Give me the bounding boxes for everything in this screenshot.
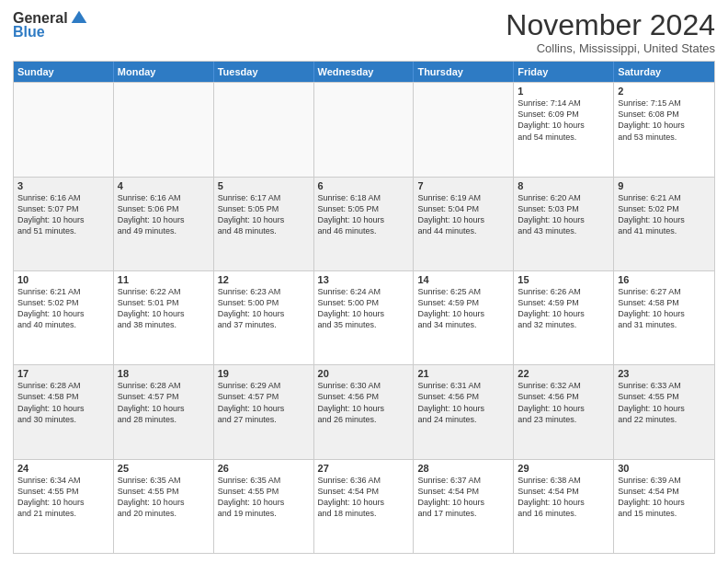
- cell-info: Sunrise: 6:19 AM Sunset: 5:04 PM Dayligh…: [417, 192, 509, 237]
- cell-info: Sunrise: 6:23 AM Sunset: 5:00 PM Dayligh…: [218, 286, 310, 331]
- calendar-cell: 29Sunrise: 6:38 AM Sunset: 4:54 PM Dayli…: [514, 460, 614, 553]
- calendar-cell: 5Sunrise: 6:17 AM Sunset: 5:05 PM Daylig…: [214, 178, 314, 270]
- cell-info: Sunrise: 6:16 AM Sunset: 5:06 PM Dayligh…: [118, 192, 210, 237]
- day-number: 30: [618, 463, 711, 474]
- day-number: 28: [417, 463, 509, 474]
- cell-info: Sunrise: 6:18 AM Sunset: 5:05 PM Dayligh…: [318, 192, 410, 237]
- day-number: 21: [417, 368, 509, 379]
- cell-info: Sunrise: 6:24 AM Sunset: 5:00 PM Dayligh…: [318, 286, 410, 331]
- title-section: November 2024 Collins, Mississippi, Unit…: [506, 9, 715, 55]
- calendar-cell: 1Sunrise: 7:14 AM Sunset: 6:09 PM Daylig…: [514, 83, 614, 176]
- calendar-cell: 11Sunrise: 6:22 AM Sunset: 5:01 PM Dayli…: [114, 271, 214, 364]
- day-number: 25: [118, 463, 210, 474]
- cell-info: Sunrise: 6:28 AM Sunset: 4:58 PM Dayligh…: [17, 380, 109, 425]
- page: General Blue November 2024 Collins, Miss…: [0, 0, 728, 563]
- day-number: 8: [518, 180, 609, 191]
- calendar-cell: 10Sunrise: 6:21 AM Sunset: 5:02 PM Dayli…: [14, 271, 114, 364]
- calendar-cell: 2Sunrise: 7:15 AM Sunset: 6:08 PM Daylig…: [614, 83, 714, 176]
- calendar-body: 1Sunrise: 7:14 AM Sunset: 6:09 PM Daylig…: [14, 82, 714, 553]
- calendar-cell: 23Sunrise: 6:33 AM Sunset: 4:55 PM Dayli…: [614, 365, 714, 458]
- day-number: 6: [318, 180, 410, 191]
- calendar-cell: 25Sunrise: 6:35 AM Sunset: 4:55 PM Dayli…: [114, 460, 214, 553]
- day-number: 26: [218, 463, 310, 474]
- calendar-cell: [14, 83, 114, 176]
- day-number: 16: [618, 274, 711, 285]
- calendar-cell: 26Sunrise: 6:35 AM Sunset: 4:55 PM Dayli…: [214, 460, 314, 553]
- calendar-cell: 4Sunrise: 6:16 AM Sunset: 5:06 PM Daylig…: [114, 178, 214, 270]
- cell-info: Sunrise: 6:20 AM Sunset: 5:03 PM Dayligh…: [518, 192, 609, 237]
- cal-header-cell: Monday: [114, 62, 214, 82]
- cell-info: Sunrise: 7:15 AM Sunset: 6:08 PM Dayligh…: [618, 98, 711, 143]
- day-number: 13: [318, 274, 410, 285]
- logo-blue: Blue: [13, 24, 45, 40]
- day-number: 18: [118, 368, 210, 379]
- cell-info: Sunrise: 6:35 AM Sunset: 4:55 PM Dayligh…: [218, 475, 310, 520]
- calendar-cell: 16Sunrise: 6:27 AM Sunset: 4:58 PM Dayli…: [614, 271, 714, 364]
- calendar-row: 1Sunrise: 7:14 AM Sunset: 6:09 PM Daylig…: [14, 82, 714, 176]
- logo: General Blue: [13, 9, 88, 40]
- calendar-cell: 27Sunrise: 6:36 AM Sunset: 4:54 PM Dayli…: [314, 460, 415, 553]
- calendar-cell: [114, 83, 214, 176]
- calendar-cell: 12Sunrise: 6:23 AM Sunset: 5:00 PM Dayli…: [214, 271, 314, 364]
- calendar-cell: 22Sunrise: 6:32 AM Sunset: 4:56 PM Dayli…: [514, 365, 614, 458]
- day-number: 1: [518, 86, 609, 97]
- calendar-cell: 8Sunrise: 6:20 AM Sunset: 5:03 PM Daylig…: [514, 178, 614, 270]
- calendar-cell: 21Sunrise: 6:31 AM Sunset: 4:56 PM Dayli…: [414, 365, 514, 458]
- calendar-cell: 9Sunrise: 6:21 AM Sunset: 5:02 PM Daylig…: [614, 178, 714, 270]
- month-title: November 2024: [506, 9, 715, 41]
- day-number: 19: [218, 368, 310, 379]
- cell-info: Sunrise: 6:32 AM Sunset: 4:56 PM Dayligh…: [518, 380, 609, 425]
- cell-info: Sunrise: 6:22 AM Sunset: 5:01 PM Dayligh…: [118, 286, 210, 331]
- day-number: 15: [518, 274, 609, 285]
- location: Collins, Mississippi, United States: [506, 41, 715, 55]
- calendar-cell: 7Sunrise: 6:19 AM Sunset: 5:04 PM Daylig…: [414, 178, 514, 270]
- cal-header-cell: Tuesday: [214, 62, 314, 82]
- cell-info: Sunrise: 6:17 AM Sunset: 5:05 PM Dayligh…: [218, 192, 310, 237]
- cal-header-cell: Thursday: [414, 62, 514, 82]
- cell-info: Sunrise: 6:31 AM Sunset: 4:56 PM Dayligh…: [417, 380, 509, 425]
- cell-info: Sunrise: 6:28 AM Sunset: 4:57 PM Dayligh…: [118, 380, 210, 425]
- day-number: 10: [17, 274, 109, 285]
- calendar-row: 10Sunrise: 6:21 AM Sunset: 5:02 PM Dayli…: [14, 270, 714, 364]
- cell-info: Sunrise: 6:38 AM Sunset: 4:54 PM Dayligh…: [518, 475, 609, 520]
- calendar-row: 24Sunrise: 6:34 AM Sunset: 4:55 PM Dayli…: [14, 459, 714, 553]
- cal-header-cell: Sunday: [14, 62, 114, 82]
- logo-icon: [70, 9, 88, 28]
- cell-info: Sunrise: 6:39 AM Sunset: 4:54 PM Dayligh…: [618, 475, 711, 520]
- cal-header-cell: Saturday: [614, 62, 714, 82]
- calendar-cell: 19Sunrise: 6:29 AM Sunset: 4:57 PM Dayli…: [214, 365, 314, 458]
- calendar-cell: [314, 83, 415, 176]
- cell-info: Sunrise: 6:35 AM Sunset: 4:55 PM Dayligh…: [118, 475, 210, 520]
- calendar-cell: 6Sunrise: 6:18 AM Sunset: 5:05 PM Daylig…: [314, 178, 415, 270]
- calendar-row: 17Sunrise: 6:28 AM Sunset: 4:58 PM Dayli…: [14, 364, 714, 458]
- day-number: 11: [118, 274, 210, 285]
- calendar: SundayMondayTuesdayWednesdayThursdayFrid…: [13, 61, 715, 554]
- day-number: 3: [17, 180, 109, 191]
- day-number: 4: [118, 180, 210, 191]
- day-number: 14: [417, 274, 509, 285]
- day-number: 20: [318, 368, 410, 379]
- cell-info: Sunrise: 6:34 AM Sunset: 4:55 PM Dayligh…: [17, 475, 109, 520]
- svg-marker-0: [71, 11, 86, 23]
- day-number: 12: [218, 274, 310, 285]
- cell-info: Sunrise: 6:29 AM Sunset: 4:57 PM Dayligh…: [218, 380, 310, 425]
- cal-header-cell: Wednesday: [314, 62, 415, 82]
- day-number: 17: [17, 368, 109, 379]
- calendar-cell: 28Sunrise: 6:37 AM Sunset: 4:54 PM Dayli…: [414, 460, 514, 553]
- calendar-cell: 30Sunrise: 6:39 AM Sunset: 4:54 PM Dayli…: [614, 460, 714, 553]
- day-number: 22: [518, 368, 609, 379]
- day-number: 27: [318, 463, 410, 474]
- calendar-cell: 15Sunrise: 6:26 AM Sunset: 4:59 PM Dayli…: [514, 271, 614, 364]
- header: General Blue November 2024 Collins, Miss…: [13, 9, 715, 55]
- cell-info: Sunrise: 6:33 AM Sunset: 4:55 PM Dayligh…: [618, 380, 711, 425]
- cell-info: Sunrise: 6:27 AM Sunset: 4:58 PM Dayligh…: [618, 286, 711, 331]
- calendar-cell: 13Sunrise: 6:24 AM Sunset: 5:00 PM Dayli…: [314, 271, 415, 364]
- calendar-cell: [414, 83, 514, 176]
- cell-info: Sunrise: 6:16 AM Sunset: 5:07 PM Dayligh…: [17, 192, 109, 237]
- calendar-cell: 18Sunrise: 6:28 AM Sunset: 4:57 PM Dayli…: [114, 365, 214, 458]
- calendar-header: SundayMondayTuesdayWednesdayThursdayFrid…: [14, 62, 714, 82]
- calendar-cell: [214, 83, 314, 176]
- day-number: 7: [417, 180, 509, 191]
- day-number: 2: [618, 86, 711, 97]
- day-number: 24: [17, 463, 109, 474]
